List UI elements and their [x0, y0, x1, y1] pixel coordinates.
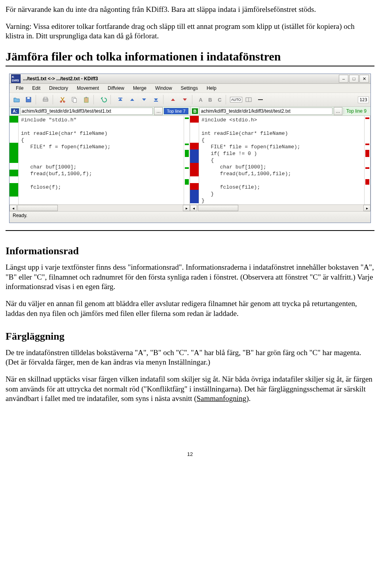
select-c-button[interactable]: C	[215, 97, 224, 103]
menu-merge[interactable]: Merge	[129, 85, 150, 92]
scroll-thumb-b[interactable]	[198, 205, 238, 211]
code-a[interactable]: #include "stdio.h" int readFile(char* fi…	[19, 116, 184, 204]
pane-a[interactable]: #include "stdio.h" int readFile(char* fi…	[10, 116, 190, 204]
intro-paragraph-2: Varning: Vissa editorer tolkar fortfaran…	[6, 22, 374, 41]
save-icon[interactable]	[23, 94, 34, 105]
cut-icon[interactable]	[57, 94, 68, 105]
svg-rect-14	[258, 99, 263, 100]
overview-a[interactable]	[184, 116, 190, 204]
diff-area: #include "stdio.h" int readFile(char* fi…	[10, 116, 370, 204]
file-a-browse-button[interactable]: …	[154, 107, 163, 115]
menu-edit[interactable]: Edit	[28, 85, 44, 92]
scroll-thumb-a[interactable]	[17, 205, 58, 211]
scroll-left-icon[interactable]: ◂	[10, 205, 17, 211]
svg-rect-9	[86, 97, 87, 98]
close-button[interactable]: ✕	[359, 75, 369, 83]
file-a-label: A:	[11, 108, 19, 114]
farglaggning-p2: När en skillnad upptäcks visar färgen vi…	[6, 374, 374, 404]
svg-rect-3	[44, 97, 47, 99]
split-icon[interactable]	[243, 94, 254, 105]
last-diff-icon[interactable]	[150, 94, 162, 105]
svg-rect-10	[118, 98, 122, 98]
status-bar: Ready.	[10, 211, 370, 223]
section-rule-top	[6, 66, 374, 66]
menu-directory[interactable]: Directory	[45, 85, 72, 92]
scroll-right-icon[interactable]: ▸	[183, 205, 190, 211]
paste-icon[interactable]	[81, 94, 92, 105]
minimize-button[interactable]: –	[339, 75, 348, 83]
horizontal-scrollbar[interactable]: ◂ ▸ ◂ ▸	[10, 204, 370, 211]
file-a-topline: Top line 7	[164, 108, 188, 114]
app-icon: K Diff3	[11, 74, 21, 83]
window-title: .../test1.txt <-> .../test2.txt - KDiff3	[23, 76, 339, 81]
menu-diffview[interactable]: Diffview	[104, 85, 128, 92]
menu-help[interactable]: Help	[203, 85, 220, 92]
copy-icon[interactable]	[69, 94, 80, 105]
file-b-browse-button[interactable]: …	[334, 107, 342, 115]
file-b-topline: Top line 9	[344, 108, 369, 114]
informationsrad-p1: Längst upp i varje textfönster finns des…	[6, 263, 374, 292]
overview-b[interactable]	[364, 116, 370, 204]
gutter-a	[10, 116, 19, 204]
path-row: A: achim/kdiff3_testdir/dir1/kdiff3/test…	[10, 107, 370, 116]
line-numbers-button[interactable]: 123	[358, 96, 369, 103]
next-diff-icon[interactable]	[139, 94, 150, 105]
scroll-left-icon-b[interactable]: ◂	[190, 205, 197, 211]
select-a-button[interactable]: A	[196, 97, 205, 103]
farglaggning-heading: Färgläggning	[6, 331, 374, 342]
section-heading: Jämföra filer och tolka informationen i …	[6, 50, 374, 63]
section-rule-bottom	[6, 230, 374, 231]
menu-file[interactable]: File	[12, 85, 27, 92]
page-number: 12	[6, 451, 374, 457]
prev-diff-icon[interactable]	[127, 94, 138, 105]
menu-movement[interactable]: Movement	[73, 85, 103, 92]
menu-settings[interactable]: Settings	[177, 85, 202, 92]
intro-paragraph-1: För närvarande kan du inte dra någonting…	[6, 5, 374, 15]
titlebar[interactable]: K Diff3 .../test1.txt <-> .../test2.txt …	[10, 74, 370, 84]
next-conflict-icon[interactable]	[179, 94, 190, 105]
unsplit-icon[interactable]	[255, 94, 266, 105]
file-b-label: B	[192, 108, 198, 114]
menubar: File Edit Directory Movement Diffview Me…	[10, 84, 370, 93]
open-icon[interactable]	[11, 94, 22, 105]
farglaggning-p1: De tre indatafönstren tilldelas bokstäve…	[6, 348, 374, 367]
auto-merge-button[interactable]: AUTO	[230, 97, 242, 102]
svg-rect-7	[73, 98, 76, 102]
informationsrad-heading: Informationsrad	[6, 245, 374, 257]
menu-window[interactable]: Window	[151, 85, 176, 92]
code-b[interactable]: #include <stdio.h> int readFile(char* fi…	[199, 116, 364, 204]
kdiff3-window: K Diff3 .../test1.txt <-> .../test2.txt …	[9, 74, 371, 223]
print-icon[interactable]	[40, 94, 51, 105]
svg-rect-1	[27, 97, 30, 99]
file-a-path-input[interactable]: achim/kdiff3_testdir/dir1/kdiff3/test/te…	[20, 108, 153, 115]
toolbar: A B C AUTO 123	[10, 93, 370, 107]
pane-b[interactable]: #include <stdio.h> int readFile(char* fi…	[190, 116, 370, 204]
svg-rect-2	[43, 99, 48, 101]
prev-conflict-icon[interactable]	[167, 94, 179, 105]
maximize-button[interactable]: □	[349, 75, 359, 83]
undo-icon[interactable]	[98, 94, 109, 105]
gutter-b	[190, 116, 199, 204]
informationsrad-p2: När du väljer en annan fil genom att blä…	[6, 299, 374, 318]
first-diff-icon[interactable]	[115, 94, 126, 105]
svg-rect-8	[84, 98, 88, 102]
scroll-right-icon-b[interactable]: ▸	[363, 205, 370, 211]
file-b-path-input[interactable]: achim/kdiff3_testdir/dir1/kdiff3/test/te…	[199, 108, 332, 115]
svg-rect-11	[154, 101, 158, 102]
select-b-button[interactable]: B	[206, 97, 215, 103]
sammanfogning-link[interactable]: Sammanfogning	[197, 394, 247, 403]
